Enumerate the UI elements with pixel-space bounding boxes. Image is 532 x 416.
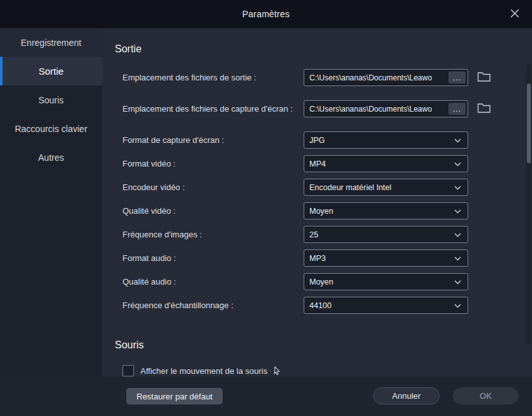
field-label: Format audio :	[122, 253, 304, 263]
selected-value: 25	[309, 230, 318, 239]
output-folder-row: Emplacement des fichiers de sortie : C:\…	[122, 69, 532, 86]
scrollbar-thumb[interactable]	[527, 84, 531, 163]
browse-button[interactable]: ...	[448, 71, 466, 84]
sidebar: Enregistrement Sortie Souris Raccourcis …	[0, 28, 102, 376]
cancel-button[interactable]: Annuler	[373, 387, 440, 405]
audio-format-row: Format audio : MP3	[122, 249, 532, 267]
chevron-down-icon	[454, 278, 461, 286]
settings-content: Sortie Emplacement des fichiers de sorti…	[102, 28, 532, 376]
open-folder-button[interactable]	[477, 102, 491, 116]
selected-value: Encodeur matériel Intel	[309, 183, 392, 192]
selected-value: JPG	[309, 136, 325, 145]
sidebar-item-label: Enregistrement	[21, 38, 82, 48]
video-quality-select[interactable]: Moyen	[304, 202, 468, 219]
video-quality-row: Qualité vidéo : Moyen	[122, 202, 532, 219]
chevron-down-icon	[454, 254, 461, 263]
frame-rate-row: Fréquence d'images : 25	[122, 226, 532, 243]
field-label: Emplacement des fichiers de sortie :	[122, 73, 304, 82]
mouse-cursor-icon	[272, 366, 282, 376]
folder-icon	[477, 71, 491, 85]
screenshot-folder-value: C:\Users\ananas\Documents\Leawo	[309, 105, 432, 114]
output-folder-value: C:\Users\ananas\Documents\Leawo	[309, 73, 432, 82]
mouse-movement-row: Afficher le mouvement de la souris	[122, 362, 532, 376]
open-folder-button[interactable]	[477, 71, 491, 85]
field-label: Qualité audio :	[122, 277, 304, 286]
close-icon	[510, 8, 520, 21]
audio-quality-row: Qualité audio : Moyen	[122, 273, 532, 290]
field-label: Qualité vidéo :	[122, 206, 304, 216]
titlebar: Paramètres	[0, 0, 532, 28]
browse-button[interactable]: ...	[448, 103, 466, 115]
mouse-movement-label: Afficher le mouvement de la souris	[140, 366, 267, 376]
mouse-movement-checkbox[interactable]	[122, 365, 134, 376]
field-label: Fréquence d'images :	[122, 230, 304, 239]
audio-quality-select[interactable]: Moyen	[304, 273, 468, 290]
close-button[interactable]	[506, 6, 523, 23]
chevron-down-icon	[454, 230, 461, 239]
sample-rate-row: Fréquence d'échantillonnage : 44100	[122, 297, 532, 314]
sidebar-item-autres[interactable]: Autres	[0, 143, 102, 172]
ok-button[interactable]: OK	[453, 387, 519, 405]
video-format-select[interactable]: MP4	[304, 155, 468, 172]
folder-icon	[477, 102, 491, 116]
sidebar-item-label: Sortie	[38, 66, 63, 77]
selected-value: MP4	[309, 160, 326, 168]
section-title-sortie: Sortie	[115, 43, 532, 55]
section-title-souris: Souris	[115, 339, 532, 351]
sidebar-item-raccourcis-clavier[interactable]: Raccourcis clavier	[0, 114, 102, 143]
sidebar-item-label: Souris	[38, 95, 64, 105]
field-label: Fréquence d'échantillonnage :	[122, 301, 304, 310]
chevron-down-icon	[454, 207, 461, 216]
audio-format-select[interactable]: MP3	[304, 249, 468, 267]
chevron-down-icon	[454, 136, 461, 145]
sidebar-item-label: Raccourcis clavier	[15, 124, 87, 134]
output-folder-input[interactable]: C:\Users\ananas\Documents\Leawo ...	[304, 69, 468, 86]
settings-dialog: Paramètres Enregistrement Sortie Souris …	[0, 0, 532, 416]
selected-value: Moyen	[309, 207, 334, 216]
screenshot-format-row: Format de capture d'écran : JPG	[122, 131, 532, 149]
field-label: Encodeur vidéo :	[122, 182, 304, 192]
video-encoder-select[interactable]: Encodeur matériel Intel	[304, 179, 468, 196]
sidebar-item-enregistrement[interactable]: Enregistrement	[0, 28, 102, 57]
restore-defaults-button[interactable]: Restaurer par défaut	[126, 388, 223, 405]
chevron-down-icon	[454, 183, 461, 192]
chevron-down-icon	[454, 301, 461, 310]
frame-rate-select[interactable]: 25	[304, 226, 468, 243]
scrollbar-track[interactable]	[526, 64, 531, 345]
field-label: Format de capture d'écran :	[122, 135, 304, 145]
video-format-row: Format vidéo : MP4	[122, 155, 532, 172]
selected-value: Moyen	[309, 278, 334, 286]
screenshot-format-select[interactable]: JPG	[304, 131, 468, 149]
field-label: Emplacement des fichiers de capture d'éc…	[122, 104, 304, 114]
selected-value: MP3	[309, 254, 326, 263]
dialog-title: Paramètres	[242, 9, 290, 19]
chevron-down-icon	[454, 160, 461, 168]
sidebar-item-sortie[interactable]: Sortie	[0, 57, 102, 85]
sidebar-item-souris[interactable]: Souris	[0, 85, 102, 114]
sidebar-item-label: Autres	[38, 152, 64, 163]
field-label: Format vidéo :	[122, 159, 304, 168]
selected-value: 44100	[309, 301, 332, 310]
sample-rate-select[interactable]: 44100	[304, 297, 468, 314]
video-encoder-row: Encodeur vidéo : Encodeur matériel Intel	[122, 179, 532, 196]
screenshot-folder-input[interactable]: C:\Users\ananas\Documents\Leawo ...	[304, 100, 468, 117]
screenshot-folder-row: Emplacement des fichiers de capture d'éc…	[122, 100, 532, 117]
footer-bar: Restaurer par défaut Annuler OK	[0, 376, 532, 416]
